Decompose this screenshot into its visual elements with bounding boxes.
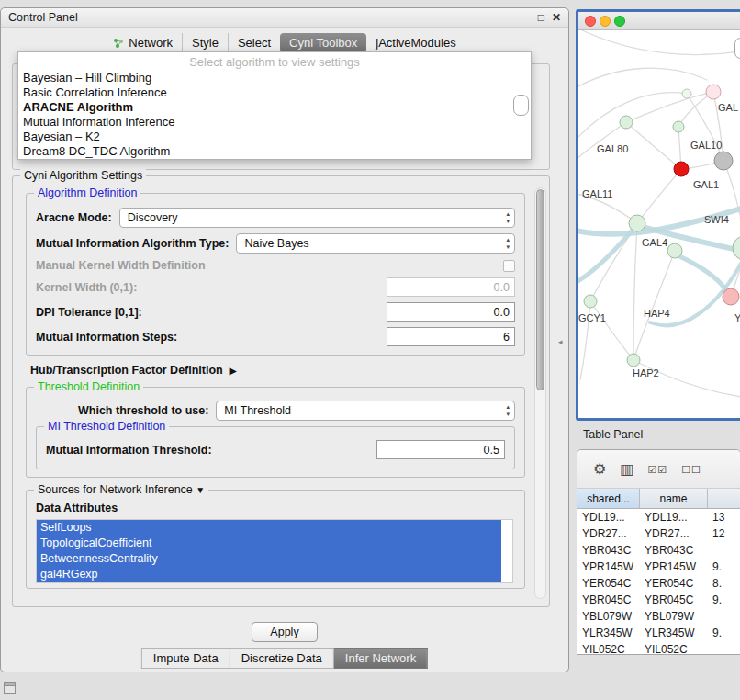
table-row[interactable]: YDL19...YDL19...13 [577,509,740,525]
tab-select[interactable]: Select [228,33,280,52]
column-header-name[interactable]: name [640,489,708,508]
network-node[interactable] [627,354,640,367]
column-header-2[interactable] [708,489,740,508]
tab-style[interactable]: Style [182,33,228,52]
dropdown-item-dream8-dc-tdc-algorithm[interactable]: Dream8 DC_TDC Algorithm [18,144,531,159]
dpi-tolerance-row: DPI Tolerance [0,1]: 0.0 [36,302,515,322]
mi-threshold-label: Mutual Information Threshold: [46,444,212,457]
algorithm-definition-group: Algorithm Definition Aracne Mode: Discov… [26,193,525,356]
tab-jactivemodules[interactable]: jActiveModules [366,33,465,52]
close-traffic-light-icon[interactable] [585,16,596,27]
settings-scrollbar[interactable] [534,187,546,599]
apply-button[interactable]: Apply [252,622,318,642]
attribute-item-betweennesscentrality[interactable]: BetweennessCentrality [37,551,501,567]
deselect-all-icon[interactable]: ☐☐ [681,462,701,477]
minimize-traffic-light-icon[interactable] [600,16,611,27]
dropdown-items: Bayesian – Hill ClimbingBasic Correlatio… [18,71,531,159]
hub-definition-expander[interactable]: Hub/Transcription Factor Definition ▶ [30,364,525,377]
table-row[interactable]: YDR27...YDR27...12 [577,525,740,542]
attribute-item-topologicalcoefficient[interactable]: TopologicalCoefficient [37,536,501,551]
table-row[interactable]: YBL079WYBL079W [577,608,740,625]
network-edge[interactable] [723,161,740,238]
network-node[interactable] [667,243,682,258]
dropdown-item-basic-correlation-inference[interactable]: Basic Correlation Inference [18,85,531,100]
network-edge[interactable] [676,254,728,294]
column-header-shared[interactable]: shared... [577,489,640,508]
table-row[interactable]: YIL052CYIL052C [577,641,740,655]
table-row[interactable]: YLR345WYLR345W9. [577,625,740,641]
table-row[interactable]: YBR045CYBR045C9. [577,592,740,608]
network-node[interactable] [733,236,740,260]
table-cell: YER054C [577,577,640,590]
zoom-traffic-light-icon[interactable] [614,16,625,27]
network-edge[interactable] [578,68,707,87]
network-node[interactable] [714,152,733,170]
sources-title[interactable]: Sources for Network Inference ▼ [34,483,208,496]
settings-gear-icon[interactable]: ⚙ [593,462,606,477]
network-node[interactable] [584,295,597,308]
table-cell: YDL19... [640,511,708,524]
mi-type-value: Naive Bayes [244,237,308,250]
bottom-tab-discretize-data[interactable]: Discretize Data [230,648,334,669]
bottom-tabs: Impute DataDiscretize DataInfer Network [141,648,428,669]
which-threshold-label: Which threshold to use: [78,404,208,417]
network-node[interactable] [723,288,739,305]
network-scrollbar-thumb[interactable] [734,38,740,59]
network-edge[interactable] [626,92,713,122]
mi-steps-field[interactable]: 6 [387,327,515,346]
network-node[interactable] [629,215,645,231]
table-row[interactable]: YPR145WYPR145W9. [577,559,740,575]
mi-type-label: Mutual Information Algorithm Type: [36,237,229,250]
network-node[interactable] [674,162,689,176]
network-canvas[interactable]: GALGAL80GAL10GAL1GAL11SWI4GAL4GCY1HAP4HA… [578,30,740,421]
dpi-tolerance-field[interactable]: 0.0 [387,302,515,322]
network-node[interactable] [673,121,684,132]
attribute-item-gal4rgexp[interactable]: gal4RGexp [37,567,501,582]
network-node[interactable] [682,89,691,98]
tab-cyni-toolbox[interactable]: Cyni Toolbox [280,33,366,52]
dropdown-item-bayesian-k2[interactable]: Bayesian – K2 [18,130,531,144]
network-edge[interactable] [633,225,637,360]
manual-kernel-checkbox[interactable] [503,260,515,272]
splitter-collapse-icon[interactable]: ◂ [558,337,563,346]
bottom-tab-infer-network[interactable]: Infer Network [334,648,428,669]
kernel-width-field[interactable]: 0.0 [387,277,515,297]
network-node[interactable] [706,85,721,99]
table-cell: YLR345W [577,627,640,639]
float-window-icon[interactable]: □ [538,12,544,23]
node-label: GAL80 [597,143,628,154]
network-edge[interactable] [578,93,687,139]
dropdown-item-aracne-algorithm[interactable]: ARACNE Algorithm [18,100,531,115]
settings-scrollbar-thumb[interactable] [536,189,544,390]
network-edge[interactable] [633,251,675,360]
attribute-item-selfloops[interactable]: SelfLoops [37,520,501,536]
table-row[interactable]: YER054CYER054C8. [577,575,740,592]
node-label: GAL1 [693,179,719,190]
dropdown-item-mutual-information-inference[interactable]: Mutual Information Inference [18,115,531,130]
aracne-mode-combo[interactable]: Discovery ▴▾ [119,208,515,228]
table-cell: YBR043C [640,544,708,557]
panel-dock-icon[interactable] [4,682,16,694]
bottom-tab-impute-data[interactable]: Impute Data [141,648,230,669]
network-edge[interactable] [633,360,740,398]
mi-type-combo[interactable]: Naive Bayes ▴▾ [236,233,515,254]
table-cell: 9. [708,593,740,606]
cyni-settings-group: Cyni Algorithm Settings Algorithm Defini… [12,175,550,607]
aracne-mode-value: Discovery [128,211,178,224]
network-edge[interactable] [590,301,633,360]
table-row[interactable]: YBR043CYBR043C [577,542,740,559]
data-attributes-label: Data Attributes [36,502,515,514]
network-edge[interactable] [582,30,740,55]
select-all-icon[interactable]: ☑☑ [647,462,667,477]
mi-threshold-field[interactable]: 0.5 [376,440,505,459]
which-threshold-combo[interactable]: MI Threshold ▴▾ [216,401,515,421]
table-cell: 9. [708,627,740,639]
dropdown-item-bayesian-hill-climbing[interactable]: Bayesian – Hill Climbing [18,71,531,85]
network-node[interactable] [620,116,633,129]
network-edge[interactable] [626,122,681,169]
tab-network[interactable]: Network [104,33,182,52]
dropdown-scrollbar-thumb[interactable] [513,95,529,116]
network-edge[interactable] [637,169,681,223]
close-icon[interactable]: ✕ [552,12,561,23]
columns-icon[interactable]: ▥ [620,462,633,477]
